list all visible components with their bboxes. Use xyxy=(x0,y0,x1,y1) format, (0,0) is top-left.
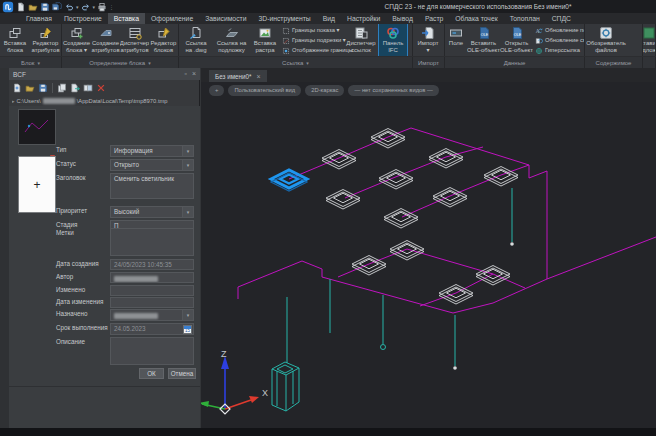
button-label: на .dwg xyxy=(186,47,207,54)
insert-raster-button[interactable]: Вставкарастра xyxy=(250,24,280,56)
viewport-control-2[interactable]: 2D-каркас xyxy=(305,85,344,96)
field-тип[interactable]: Информация▾ xyxy=(110,145,194,157)
save-icon[interactable] xyxy=(40,1,50,12)
dropdown-arrow-icon[interactable]: ▾ xyxy=(182,310,193,320)
new-icon[interactable] xyxy=(16,1,26,12)
open-icon[interactable] xyxy=(28,1,38,12)
attredit-icon xyxy=(39,25,53,40)
create-attributes-button[interactable]: Созданиеатрибутов xyxy=(91,24,120,56)
tab-построение[interactable]: Построение xyxy=(58,13,108,24)
button-stack: Границы показа ▾Границы подрезки ▾Отобра… xyxy=(280,24,343,56)
field-автор[interactable] xyxy=(110,272,194,283)
ok-button[interactable]: ОК xyxy=(139,368,164,379)
dropdown-arrow-icon[interactable]: ▾ xyxy=(182,160,193,170)
block-editor-button[interactable]: Редакторблоков xyxy=(149,24,178,56)
cancel-button[interactable]: Отмена xyxy=(168,368,196,379)
tab-облака точек[interactable]: Облака точек xyxy=(449,13,503,24)
delete-button[interactable] xyxy=(96,79,106,97)
xref-dwg-button[interactable]: Ссылкана .dwg xyxy=(179,24,213,56)
bounds-display-button[interactable]: Отображение границы xyxy=(282,46,343,55)
button-label: Границы подрезки ▾ xyxy=(292,37,346,43)
dropdown-arrow-icon[interactable]: ▾ xyxy=(76,1,79,12)
attribute-manager-button[interactable]: Диспетчератрибутов xyxy=(120,24,149,56)
field-button[interactable]: Поле xyxy=(445,24,467,56)
newbcf-button[interactable] xyxy=(12,79,22,97)
field-изменено[interactable] xyxy=(110,285,194,296)
field-label: Тип xyxy=(56,146,67,153)
create-block-button[interactable]: Созданиеблока ▾ xyxy=(62,24,91,56)
field-дата-создания[interactable]: 24/05/2023 10:45:35 xyxy=(110,259,194,270)
field-дата-изменения[interactable] xyxy=(110,297,194,308)
form-row: Срок выполнения24.05.202315 xyxy=(9,323,200,335)
field-описание[interactable] xyxy=(110,337,194,365)
close-icon[interactable]: × xyxy=(192,69,196,79)
calendar-icon[interactable]: 15 xyxy=(183,325,192,334)
group-menu-arrow-icon[interactable]: ▾ xyxy=(37,60,40,66)
insert-ole-object-button[interactable]: OLEВставитьOLE-объект xyxy=(467,24,500,56)
document-tab[interactable]: Без имени0* × xyxy=(209,70,267,82)
attribute-editor-button[interactable]: Редакторатрибутов xyxy=(30,24,61,56)
tab-оформление[interactable]: Оформление xyxy=(145,13,199,24)
undo-icon[interactable] xyxy=(64,1,74,12)
merge-button[interactable] xyxy=(83,79,93,97)
field-метки[interactable] xyxy=(110,228,194,256)
tab-3d-инструменты[interactable]: 3D-инструменты xyxy=(252,13,316,24)
issue-snapshot-thumbnail[interactable] xyxy=(18,109,56,145)
tab-растр[interactable]: Растр xyxy=(419,13,449,24)
open-ole-object-button[interactable]: OLEОткрытьOLE-объект xyxy=(500,24,533,56)
field-приоритет[interactable]: Высокий▾ xyxy=(110,206,194,218)
tab-топоплан[interactable]: Топоплан xyxy=(504,13,546,24)
dropdown-arrow-icon[interactable]: ▾ xyxy=(182,207,193,217)
tab-главная[interactable]: Главная xyxy=(20,13,58,24)
button-label: блоков xyxy=(154,47,173,54)
drop-endpoint[interactable] xyxy=(453,366,457,370)
field-заголовок[interactable]: Сменить светильник xyxy=(110,173,194,199)
show-bounds-button[interactable]: Границы показа ▾ xyxy=(282,26,343,35)
underlay-reference-button[interactable]: Ссылка наподложку xyxy=(213,24,250,56)
group-menu-arrow-icon[interactable]: ▾ xyxy=(306,60,309,66)
dropdown-arrow-icon[interactable]: ▾ xyxy=(182,146,193,156)
field-value: Сменить светильник xyxy=(114,175,174,182)
drop-endpoint[interactable] xyxy=(510,242,514,246)
insert-block-button[interactable]: Вставкаблока xyxy=(0,24,30,56)
more-icon[interactable]: ⋮ xyxy=(109,1,114,12)
model-space[interactable]: ZX xyxy=(201,82,656,428)
clip-bounds-button[interactable]: Границы подрезки ▾ xyxy=(282,36,343,45)
tab-настройки[interactable]: Настройки xyxy=(341,13,386,24)
bcf-file-path[interactable]: ▸ C:\Users\ \AppData\Local\Temp\tmp8970.… xyxy=(12,96,198,106)
tab-вставка[interactable]: Вставка xyxy=(108,13,145,24)
form-row: Изменено xyxy=(9,285,200,296)
pin-icon[interactable]: ▫ xyxy=(184,69,186,79)
copy-button[interactable] xyxy=(57,79,67,97)
field-label: Автор xyxy=(56,273,73,280)
ribbon-group-Импорт: Импорт▾ xyxy=(413,24,445,56)
hyperlink-button[interactable]: Гиперссылка xyxy=(535,46,583,55)
saveall-icon[interactable] xyxy=(52,1,62,12)
dropdown-arrow-icon[interactable]: ▾ xyxy=(93,1,96,12)
viewport-control-0[interactable]: + xyxy=(209,85,224,96)
viewport-control-3[interactable]: — нет сохраненных видов — xyxy=(348,85,438,96)
import-icon xyxy=(421,25,435,40)
field-назначено[interactable]: ▾ xyxy=(110,309,194,321)
field-срок-выполнения[interactable]: 24.05.202315 xyxy=(110,323,194,335)
export-button[interactable] xyxy=(70,79,80,97)
field-статус[interactable]: Открыто▾ xyxy=(110,159,194,171)
tab-спдс[interactable]: СПДС xyxy=(546,13,577,24)
tab-вид[interactable]: Вид xyxy=(317,13,341,24)
group-menu-arrow-icon[interactable]: ▾ xyxy=(148,60,151,66)
drawing-canvas[interactable]: ZX xyxy=(201,82,656,428)
close-document-icon[interactable]: × xyxy=(256,73,260,80)
print-icon[interactable] xyxy=(97,1,107,12)
save-button[interactable] xyxy=(38,79,48,97)
file-browser-button[interactable]: Обозревательфайлов xyxy=(585,24,627,56)
import-button[interactable]: Импорт▾ xyxy=(413,24,443,56)
insert-underlay-cut-button[interactable]: Вставитьподложку xyxy=(643,24,655,56)
open-button[interactable] xyxy=(25,79,35,97)
xref-manager-button[interactable]: Диспетчерссылок xyxy=(343,24,379,56)
tab-вывод[interactable]: Вывод xyxy=(386,13,419,24)
tab-зависимости[interactable]: Зависимости xyxy=(199,13,252,24)
ifc-panel-button[interactable]: ПанельIFC xyxy=(379,24,407,56)
viewport-control-1[interactable]: Пользовательский вид xyxy=(228,85,301,96)
redo-icon[interactable] xyxy=(81,1,91,12)
svg-text:OLE: OLE xyxy=(480,32,488,36)
